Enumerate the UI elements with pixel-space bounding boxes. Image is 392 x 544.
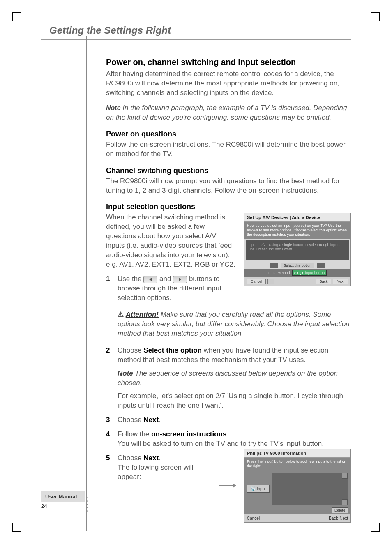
poweron-body: Follow the on-screen instructions. The R… [106,140,351,159]
back-button[interactable]: Back [316,279,331,284]
step-number: 3 [106,415,113,425]
step4-text-a: Follow the [118,430,151,438]
attention-block: ⚠ Attention! Make sure that you carefull… [118,310,351,339]
warning-icon: ⚠ [118,311,124,318]
screenshot-instructions: How do you select an input (source) on y… [244,222,350,238]
step5-text-a: Choose [118,454,143,462]
step4-bold: on-screen instructions [151,430,226,438]
channel-heading: Channel switching questions [106,166,351,175]
step-5: 5 Choose Next. The following screen will… [106,454,211,482]
step-2: 2 Choose Select this option when you hav… [106,346,351,411]
input-listbox[interactable] [272,473,348,505]
select-this-option-button[interactable]: Select this option [281,263,315,268]
main-heading: Power on, channel switching and input se… [106,58,351,67]
screenshot-option-panel: Option 2/7 : Using a single button, I cy… [246,240,349,260]
input-heading: Input selection questions [106,203,351,211]
screenshot2-title: Philips TV 9000 Information [244,449,350,458]
delete-button[interactable]: Delete [332,507,348,513]
footer-label: User Manual [41,491,85,502]
step-4: 4 Follow the on-screen instructions. You… [106,430,351,449]
right-arrow-button-icon [173,276,187,283]
next-button[interactable]: Next [333,279,348,284]
arrow-right-icon [219,485,236,486]
step2-example: For example, let's select option 2/7 'Us… [118,392,351,410]
note-block-1: Note In the following paragraph, the exa… [106,104,351,122]
step3-text-b: . [159,416,161,424]
step1-text-b: and [159,275,173,283]
screenshot-input-list: Philips TV 9000 Information Press the 'I… [244,449,351,523]
poweron-heading: Power on questions [106,130,351,138]
step1-text-a: Use the [118,275,143,283]
method-label: Input Method: [268,271,291,275]
left-arrow-button-icon [143,276,157,283]
cancel-button[interactable]: Cancel [247,279,266,284]
note-text: In the following paragraph, the example … [106,104,347,121]
footer-dots [87,497,88,512]
step-number: 1 [106,274,113,303]
prev-option-button[interactable] [270,263,278,268]
help-button[interactable] [267,279,274,284]
step-number: 5 [106,454,113,482]
step5-bold: Next [143,454,159,462]
input-button[interactable]: 📡 Input [247,485,270,493]
screenshot-title: Set Up A/V Devices | Add a Device [244,213,350,222]
page-number: 24 [41,503,47,509]
note-label: Note [106,104,121,111]
note-text: The sequence of screens discussed below … [118,369,338,387]
next-button[interactable]: Next [339,516,348,521]
step4-body: You will be asked to turn on the TV and … [118,439,351,449]
back-button[interactable]: Back [329,516,338,521]
note-label: Note [118,369,133,377]
step5-body: The following screen will appear: [118,463,211,482]
step-number: 2 [106,346,113,411]
screenshot2-instructions: Press the 'Input' button below to add ne… [244,458,350,470]
step-1: 1 Use the and buttons to browse through … [106,274,236,303]
step4-text-b: . [226,430,228,438]
step2-text-a: Choose [118,346,143,354]
next-option-button[interactable] [317,263,325,268]
method-value: Single input button [292,270,327,276]
step5-text-b: . [159,454,161,462]
vertical-rule [86,36,87,531]
scroll-down-button[interactable] [342,499,348,505]
step-number: 4 [106,430,113,449]
screenshot-input-selection: Set Up A/V Devices | Add a Device How do… [244,213,351,286]
step2-bold: Select this option [143,346,202,354]
attention-label: Attention! [126,311,159,318]
step-3: 3 Choose Next. [106,415,351,425]
cancel-button[interactable]: Cancel [247,516,260,521]
chapter-title: Getting the Settings Right [41,25,351,36]
channel-body: The RC9800i will now prompt you with que… [106,177,351,196]
input-body: When the channel switching method is def… [106,213,236,270]
step3-bold: Next [143,416,159,424]
step3-text-a: Choose [118,416,143,424]
main-intro: After having determined the correct remo… [106,69,351,98]
scroll-up-button[interactable] [342,473,348,479]
